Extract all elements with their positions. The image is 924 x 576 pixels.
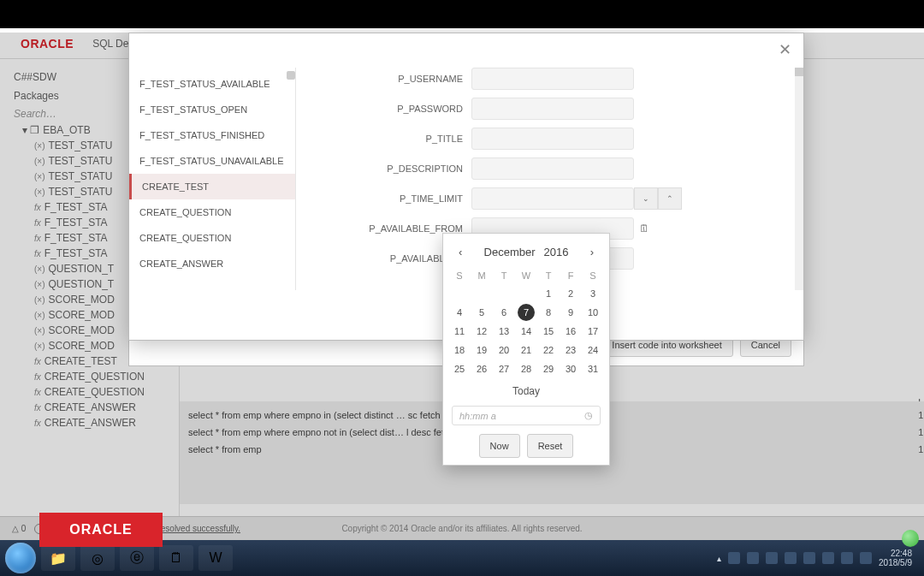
spinner-up-icon[interactable]: ⌃ <box>658 187 682 210</box>
calendar-day[interactable]: 13 <box>493 322 515 341</box>
dow-label: M <box>471 267 493 284</box>
calendar-day[interactable]: 29 <box>537 359 560 378</box>
calendar-day[interactable]: 15 <box>537 322 560 341</box>
calendar-day[interactable]: 31 <box>582 359 604 378</box>
calendar-day[interactable]: 21 <box>515 341 537 359</box>
calendar-day[interactable]: 6 <box>493 303 515 322</box>
param-label: P_TITLE <box>347 134 471 144</box>
calendar-day[interactable]: 17 <box>582 322 604 341</box>
dow-label: T <box>493 267 515 284</box>
word-icon[interactable]: W <box>198 545 233 571</box>
param-row: P_DESCRIPTION <box>347 157 788 180</box>
clock-icon[interactable]: ◷ <box>584 410 593 421</box>
tray-up-icon[interactable]: ▴ <box>717 554 721 563</box>
spinner-down-icon[interactable]: ⌄ <box>634 187 658 210</box>
tray-icon[interactable] <box>841 552 853 564</box>
calendar-grid: SMTWTFS123456789101112131415161718192021… <box>448 267 604 378</box>
dow-label: S <box>582 267 604 284</box>
dp-year[interactable]: 2016 <box>544 246 569 258</box>
time-input[interactable]: hh:mm a◷ <box>452 406 601 425</box>
calendar-day[interactable]: 14 <box>515 322 537 341</box>
param-label: P_PASSWORD <box>347 104 471 114</box>
dp-month[interactable]: December <box>484 246 536 258</box>
param-input[interactable] <box>471 128 634 150</box>
dow-label: F <box>560 267 582 284</box>
calendar-day[interactable]: 24 <box>582 341 604 359</box>
calendar-day[interactable]: 10 <box>582 303 604 322</box>
calendar-day[interactable]: 19 <box>471 341 493 359</box>
scrollbar-thumb[interactable] <box>287 71 295 80</box>
close-icon[interactable]: ✕ <box>779 40 791 59</box>
next-month-icon[interactable]: › <box>585 244 599 260</box>
param-scrollbar[interactable] <box>795 68 803 290</box>
param-label: P_USERNAME <box>347 74 471 84</box>
func-item[interactable]: F_TEST_STATUS_UNAVAILABLE <box>129 148 295 174</box>
tray-icon[interactable] <box>728 552 740 564</box>
dow-label: T <box>537 267 560 284</box>
calendar-day[interactable]: 5 <box>471 303 493 322</box>
calendar-day[interactable]: 12 <box>471 322 493 341</box>
calendar-day[interactable]: 27 <box>493 359 515 378</box>
green-orb-icon <box>902 530 919 547</box>
tray-icon[interactable] <box>860 552 872 564</box>
tray-icon[interactable] <box>822 552 834 564</box>
calendar-day[interactable]: 3 <box>582 284 604 303</box>
notepad-icon[interactable]: 🗒 <box>159 545 193 571</box>
calendar-day[interactable]: 22 <box>537 341 560 359</box>
calendar-day[interactable]: 26 <box>471 359 493 378</box>
taskbar-clock[interactable]: 22:482018/5/9 <box>879 549 912 567</box>
start-button[interactable] <box>5 543 36 573</box>
today-link[interactable]: Today <box>448 378 604 399</box>
ie-icon[interactable]: ⓔ <box>120 545 154 571</box>
chrome-icon[interactable]: ◎ <box>80 545 115 571</box>
param-input[interactable] <box>471 98 634 120</box>
tray-icon[interactable] <box>785 552 797 564</box>
param-input[interactable] <box>471 68 634 90</box>
tray-icon[interactable] <box>747 552 759 564</box>
func-item[interactable]: CREATE_QUESTION <box>129 199 295 225</box>
calendar-day[interactable]: 7 <box>518 304 535 321</box>
param-input[interactable] <box>471 157 634 180</box>
tray-icon[interactable] <box>803 552 815 564</box>
dow-label: S <box>448 267 471 284</box>
param-input[interactable] <box>471 187 634 210</box>
calendar-day[interactable]: 16 <box>560 322 582 341</box>
func-item[interactable]: F_TEST_STATUS_AVAILABLE <box>129 71 295 97</box>
func-item[interactable]: CREATE_ANSWER <box>129 251 295 276</box>
func-item[interactable]: F_TEST_STATUS_OPEN <box>129 97 295 122</box>
calendar-day[interactable]: 25 <box>448 359 471 378</box>
calendar-day[interactable]: 2 <box>560 284 582 303</box>
calendar-day[interactable]: 11 <box>448 322 471 341</box>
calendar-icon[interactable]: 🗓 <box>634 223 649 235</box>
reset-button[interactable]: Reset <box>527 434 574 458</box>
oracle-badge: ORACLE <box>39 513 163 547</box>
dow-label: W <box>515 267 537 284</box>
calendar-day[interactable]: 9 <box>560 303 582 322</box>
tray-icon[interactable] <box>766 552 778 564</box>
calendar-day[interactable]: 30 <box>560 359 582 378</box>
calendar-day[interactable]: 8 <box>537 303 560 322</box>
calendar-day[interactable]: 4 <box>448 303 471 322</box>
function-list[interactable]: F_TEST_STATUS_AVAILABLEF_TEST_STATUS_OPE… <box>129 68 296 290</box>
explorer-icon[interactable]: 📁 <box>41 545 75 571</box>
calendar-day[interactable]: 1 <box>537 284 560 303</box>
calendar-day[interactable]: 20 <box>493 341 515 359</box>
func-item[interactable]: CREATE_TEST <box>129 174 295 199</box>
calendar-day[interactable]: 23 <box>560 341 582 359</box>
datepicker: ‹ December2016 › SMTWTFS1234567891011121… <box>442 233 610 466</box>
func-item[interactable]: CREATE_QUESTION <box>129 225 295 251</box>
param-label: P_DESCRIPTION <box>347 163 471 174</box>
param-row: P_USERNAME <box>347 68 788 90</box>
param-row: P_TITLE <box>347 128 788 150</box>
prev-month-icon[interactable]: ‹ <box>453 244 467 260</box>
param-row: P_TIME_LIMIT⌄⌃ <box>347 187 788 210</box>
param-row: P_PASSWORD <box>347 98 788 120</box>
func-item[interactable]: F_TEST_STATUS_FINISHED <box>129 122 295 148</box>
calendar-day[interactable]: 28 <box>515 359 537 378</box>
calendar-day[interactable]: 18 <box>448 341 471 359</box>
system-tray: ▴ 22:482018/5/9 <box>717 549 919 567</box>
param-label: P_TIME_LIMIT <box>347 193 471 204</box>
now-button[interactable]: Now <box>479 434 520 458</box>
